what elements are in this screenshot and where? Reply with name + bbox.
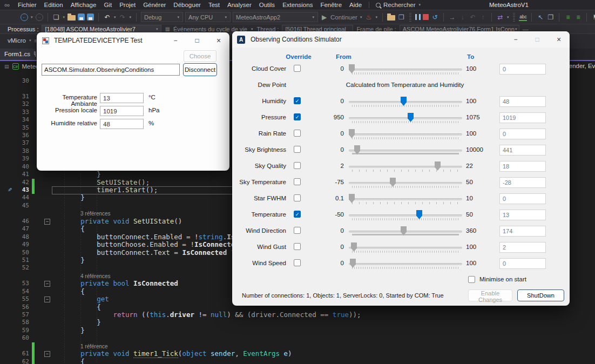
back-icon[interactable]: ← xyxy=(21,14,28,21)
step-over-icon[interactable]: ↶ xyxy=(469,13,477,22)
value-field[interactable]: 13 xyxy=(499,210,546,220)
menu-item[interactable]: Analyser xyxy=(224,2,255,8)
code-line[interactable]: 61− private void timer1_Tick(object send… xyxy=(0,350,595,358)
line-number[interactable]: 54 xyxy=(0,288,29,295)
save-all-icon[interactable] xyxy=(87,14,94,21)
override-checkbox[interactable] xyxy=(294,178,301,185)
continue-label[interactable]: Continuer xyxy=(330,14,357,21)
value-field[interactable]: 48 xyxy=(499,96,546,107)
show-next-statement-icon[interactable]: → xyxy=(448,13,456,22)
device-id-input[interactable] xyxy=(42,64,180,76)
spell-check-icon[interactable]: abc xyxy=(519,14,527,21)
value-field[interactable]: 0 xyxy=(499,193,546,204)
continue-icon[interactable]: ▶ xyxy=(320,13,328,22)
slider-track[interactable] xyxy=(349,150,462,152)
menu-item[interactable]: Fichier xyxy=(14,2,40,8)
line-number[interactable]: 37 xyxy=(0,139,29,147)
value-field[interactable]: 18 xyxy=(499,161,546,172)
temperature-value[interactable]: 13 xyxy=(100,93,144,103)
save-icon[interactable] xyxy=(78,14,85,21)
indent-lines-icon[interactable]: ≡ xyxy=(564,13,572,22)
slider-track[interactable] xyxy=(349,166,462,168)
search-box[interactable]: Rechercher ▾ xyxy=(373,2,424,8)
override-checkbox[interactable] xyxy=(294,243,301,250)
minimize-icon[interactable]: − xyxy=(165,32,186,49)
line-number[interactable]: 31 xyxy=(0,93,29,100)
code-line[interactable]: 60 xyxy=(0,334,595,342)
code-line[interactable]: 1 référence xyxy=(0,342,595,350)
step-out-icon[interactable]: ↑ xyxy=(479,13,487,22)
line-number[interactable]: 32 xyxy=(0,100,29,108)
platform-combo[interactable]: Any CPU▾ xyxy=(185,12,231,22)
slider-track[interactable] xyxy=(349,117,462,119)
line-number[interactable]: 49 xyxy=(0,241,29,248)
line-number[interactable]: 35 xyxy=(0,124,29,132)
line-number[interactable]: 48 xyxy=(0,233,29,241)
restart-icon[interactable]: ↺ xyxy=(431,13,439,22)
copy-document-icon[interactable]: ❐ xyxy=(546,13,555,22)
choose-button[interactable]: Choose xyxy=(184,50,217,62)
value-field[interactable]: -28 xyxy=(499,177,546,188)
value-field[interactable]: 2 xyxy=(499,242,546,253)
value-field[interactable]: 0 xyxy=(499,258,546,269)
override-checkbox[interactable]: ✓ xyxy=(294,113,301,120)
slider-track[interactable] xyxy=(349,182,462,184)
line-number[interactable]: 46 xyxy=(0,218,29,225)
line-number[interactable]: 58 xyxy=(0,319,29,326)
override-checkbox[interactable] xyxy=(294,227,301,234)
line-number[interactable]: 41 xyxy=(0,171,29,178)
line-number[interactable]: 43 xyxy=(0,186,29,194)
startup-project-combo[interactable]: MeteoAstroApp2▾ xyxy=(233,12,318,22)
slider-track[interactable] xyxy=(349,247,462,249)
line-number[interactable]: 40 xyxy=(0,163,29,171)
override-checkbox[interactable]: ✓ xyxy=(294,211,301,218)
humidity-value[interactable]: 48 xyxy=(100,119,144,129)
menu-item[interactable]: Git xyxy=(100,2,116,8)
runtime-tools-icon[interactable]: ⇄ xyxy=(496,13,504,22)
override-checkbox[interactable] xyxy=(294,259,301,266)
configuration-combo[interactable]: Debug▾ xyxy=(141,12,183,22)
minimise-checkbox[interactable] xyxy=(468,276,475,283)
slider-track[interactable] xyxy=(349,263,462,265)
value-field[interactable]: 1019 xyxy=(499,112,546,123)
line-number[interactable]: 50 xyxy=(0,249,29,257)
slider-track[interactable] xyxy=(349,133,462,136)
line-number[interactable]: 44 xyxy=(0,194,29,201)
override-checkbox[interactable] xyxy=(294,65,301,72)
format-lines-icon[interactable]: ≡ xyxy=(574,13,582,22)
menu-item[interactable]: Edition xyxy=(40,2,67,8)
line-number[interactable]: 60 xyxy=(0,334,29,342)
shutdown-button[interactable]: ShutDown xyxy=(517,289,564,301)
line-number[interactable]: 42 xyxy=(0,179,29,186)
line-number[interactable]: 56 xyxy=(0,304,29,311)
line-number[interactable]: 30 xyxy=(0,77,29,85)
disconnect-button[interactable]: Disconnect xyxy=(183,63,217,76)
close-icon[interactable]: × xyxy=(208,32,229,49)
new-project-icon[interactable]: ❏ xyxy=(52,13,60,22)
menu-item[interactable]: Outils xyxy=(255,2,279,8)
override-checkbox[interactable] xyxy=(294,130,301,137)
menu-item[interactable]: Projet xyxy=(116,2,139,8)
menu-item[interactable]: Affichage xyxy=(67,2,100,8)
chevron-down-icon[interactable]: ▾ xyxy=(31,15,33,19)
slider-track[interactable] xyxy=(349,69,462,71)
code-line[interactable]: 62 { xyxy=(0,358,595,364)
line-number[interactable]: 38 xyxy=(0,147,29,155)
redo-icon[interactable]: ↷ xyxy=(119,13,127,22)
pin-icon[interactable] xyxy=(34,51,36,55)
bookmark-icon[interactable]: ⚑ xyxy=(591,13,595,22)
chevron-down-icon[interactable]: ▾ xyxy=(360,15,362,19)
code-line[interactable]: 57 return ((this.driver != null) && (dri… xyxy=(0,311,595,319)
value-field[interactable]: 441 xyxy=(499,145,546,156)
pressure-value[interactable]: 1019 xyxy=(100,106,144,116)
stop-icon[interactable] xyxy=(423,14,429,20)
line-number[interactable]: 39 xyxy=(0,155,29,163)
chevron-down-icon[interactable]: ▾ xyxy=(63,15,65,19)
forward-icon[interactable]: → xyxy=(36,14,43,21)
menu-item[interactable]: Extensions xyxy=(279,2,316,8)
line-number[interactable]: 55 xyxy=(0,295,29,303)
line-number[interactable]: 53 xyxy=(0,280,29,287)
line-number[interactable]: 57 xyxy=(0,311,29,319)
line-number[interactable]: 59 xyxy=(0,327,29,334)
chevron-down-icon[interactable]: ▾ xyxy=(375,15,377,19)
